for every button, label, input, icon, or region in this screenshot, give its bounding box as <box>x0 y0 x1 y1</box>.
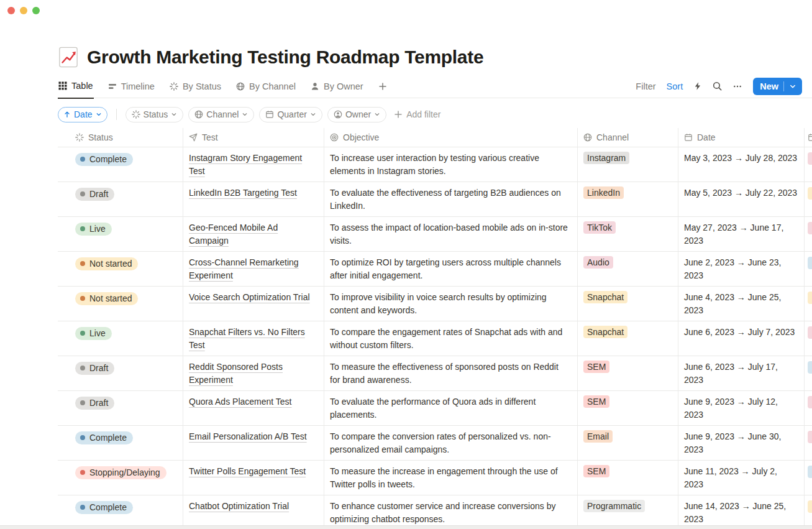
quarter-cell-cut[interactable] <box>805 321 812 356</box>
objective-cell[interactable]: To measure the effectiveness of sponsore… <box>324 356 578 390</box>
channel-cell[interactable]: Instagram <box>578 147 678 182</box>
test-cell[interactable]: Quora Ads Placement Test <box>183 391 324 425</box>
channel-cell[interactable]: Email <box>578 426 678 460</box>
channel-cell[interactable]: Audio <box>578 252 678 286</box>
test-cell[interactable]: LinkedIn B2B Targeting Test <box>183 182 324 216</box>
quarter-cell-cut[interactable] <box>805 426 812 460</box>
tab-by-owner[interactable]: By Owner <box>310 78 364 98</box>
quarter-cell-cut[interactable] <box>805 217 812 251</box>
quarter-cell-cut[interactable] <box>805 461 812 495</box>
date-cell[interactable]: May 3, 2023 → July 28, 2023 <box>678 147 805 182</box>
status-cell[interactable]: Draft <box>58 356 183 390</box>
status-cell[interactable]: Draft <box>58 182 183 216</box>
add-view-button[interactable] <box>378 78 388 98</box>
quarter-cell-cut[interactable] <box>805 495 812 529</box>
channel-cell[interactable]: Snapchat <box>578 287 678 321</box>
test-cell[interactable]: Snapchat Filters vs. No Filters Test <box>183 321 324 356</box>
date-cell[interactable]: June 4, 2023 → June 25, 2023 <box>678 287 805 321</box>
zoom-window-button[interactable] <box>32 7 40 14</box>
test-cell[interactable]: Reddit Sponsored Posts Experiment <box>183 356 324 390</box>
sort-button[interactable]: Sort <box>667 81 683 91</box>
filter-pill-owner[interactable]: Owner <box>327 107 386 122</box>
test-title-link[interactable]: Geo-Fenced Mobile Ad Campaign <box>189 223 278 246</box>
objective-cell[interactable]: To compare the conversion rates of perso… <box>324 426 578 460</box>
quarter-cell-cut[interactable] <box>805 287 812 321</box>
test-title-link[interactable]: Instagram Story Engagement Test <box>189 153 302 176</box>
test-title-link[interactable]: Quora Ads Placement Test <box>189 397 292 407</box>
minimize-window-button[interactable] <box>20 7 27 14</box>
sort-pill-date[interactable]: Date <box>58 107 107 122</box>
test-title-link[interactable]: Voice Search Optimization Trial <box>189 292 310 302</box>
tab-table[interactable]: Table <box>58 78 94 99</box>
test-title-link[interactable]: Chatbot Optimization Trial <box>189 501 289 511</box>
date-cell[interactable]: June 9, 2023 → July 12, 2023 <box>678 391 805 425</box>
test-cell[interactable]: Instagram Story Engagement Test <box>183 147 324 182</box>
status-cell[interactable]: Complete <box>58 147 183 182</box>
date-cell[interactable]: June 11, 2023 → July 2, 2023 <box>678 461 805 495</box>
more-icon[interactable] <box>732 82 742 91</box>
objective-cell[interactable]: To optimize ROI by targeting users acros… <box>324 252 578 286</box>
date-cell[interactable]: May 27, 2023 → June 17, 2023 <box>678 217 805 251</box>
filter-pill-quarter[interactable]: Quarter <box>259 107 322 122</box>
status-cell[interactable]: Not started <box>58 287 183 321</box>
status-cell[interactable]: Not started <box>58 252 183 286</box>
test-title-link[interactable]: Reddit Sponsored Posts Experiment <box>189 362 283 385</box>
status-cell[interactable]: Live <box>58 217 183 251</box>
objective-cell[interactable]: To increase user interaction by testing … <box>324 147 578 182</box>
test-cell[interactable]: Email Personalization A/B Test <box>183 426 324 460</box>
close-window-button[interactable] <box>7 7 15 14</box>
objective-cell[interactable]: To compare the engagement rates of Snapc… <box>324 321 578 356</box>
objective-cell[interactable]: To measure the increase in engagement th… <box>324 461 578 495</box>
page-title[interactable]: Growth Marketing Testing Roadmap Templat… <box>87 47 483 68</box>
new-button[interactable]: New <box>753 78 802 95</box>
bolt-icon[interactable] <box>693 81 702 91</box>
test-title-link[interactable]: Snapchat Filters vs. No Filters Test <box>189 327 305 350</box>
date-cell[interactable]: June 6, 2023 → July 7, 2023 <box>678 321 805 356</box>
column-header-status[interactable]: Status <box>58 128 183 147</box>
test-cell[interactable]: Chatbot Optimization Trial <box>183 495 324 529</box>
status-cell[interactable]: Live <box>58 321 183 356</box>
date-cell[interactable]: June 2, 2023 → June 23, 2023 <box>678 252 805 286</box>
objective-cell[interactable]: To improve visibility in voice search re… <box>324 287 578 321</box>
date-cell[interactable]: June 14, 2023 → June 25, 2023 <box>678 495 805 529</box>
status-cell[interactable]: Complete <box>58 495 183 529</box>
tab-timeline[interactable]: Timeline <box>107 78 155 98</box>
test-cell[interactable]: Twitter Polls Engagement Test <box>183 461 324 495</box>
window-controls[interactable] <box>7 7 40 14</box>
search-icon[interactable] <box>713 81 722 91</box>
quarter-cell-cut[interactable] <box>805 182 812 216</box>
objective-cell[interactable]: To evaluate the effectiveness of targeti… <box>324 182 578 216</box>
test-cell[interactable]: Voice Search Optimization Trial <box>183 287 324 321</box>
tab-by-channel[interactable]: By Channel <box>235 78 296 98</box>
channel-cell[interactable]: Programmatic <box>578 495 678 529</box>
date-cell[interactable]: June 6, 2023 → July 17, 2023 <box>678 356 805 390</box>
tab-by-status[interactable]: By Status <box>169 78 222 98</box>
chart-increasing-icon[interactable] <box>58 47 79 68</box>
test-cell[interactable]: Geo-Fenced Mobile Ad Campaign <box>183 217 324 251</box>
channel-cell[interactable]: TikTok <box>578 217 678 251</box>
test-title-link[interactable]: Email Personalization A/B Test <box>189 431 307 441</box>
test-title-link[interactable]: Twitter Polls Engagement Test <box>189 466 306 476</box>
add-filter-button[interactable]: Add filter <box>394 109 440 119</box>
channel-cell[interactable]: Snapchat <box>578 321 678 356</box>
channel-cell[interactable]: SEM <box>578 391 678 425</box>
status-cell[interactable]: Stopping/Delaying <box>58 461 183 495</box>
test-title-link[interactable]: Cross-Channel Remarketing Experiment <box>189 257 299 280</box>
column-header-date[interactable]: Date <box>678 128 805 147</box>
test-title-link[interactable]: LinkedIn B2B Targeting Test <box>189 188 297 198</box>
channel-cell[interactable]: LinkedIn <box>578 182 678 216</box>
quarter-cell-cut[interactable] <box>805 147 812 182</box>
column-header-cut[interactable] <box>805 128 812 147</box>
date-cell[interactable]: June 9, 2023 → June 30, 2023 <box>678 426 805 460</box>
quarter-cell-cut[interactable] <box>805 252 812 286</box>
column-header-test[interactable]: Test <box>183 128 324 147</box>
channel-cell[interactable]: SEM <box>578 461 678 495</box>
objective-cell[interactable]: To evaluate the performance of Quora ads… <box>324 391 578 425</box>
objective-cell[interactable]: To enhance customer service and increase… <box>324 495 578 529</box>
filter-pill-channel[interactable]: Channel <box>188 107 254 122</box>
filter-button[interactable]: Filter <box>636 81 655 91</box>
quarter-cell-cut[interactable] <box>805 356 812 390</box>
filter-pill-status[interactable]: Status <box>125 107 184 122</box>
channel-cell[interactable]: SEM <box>578 356 678 390</box>
status-cell[interactable]: Complete <box>58 426 183 460</box>
